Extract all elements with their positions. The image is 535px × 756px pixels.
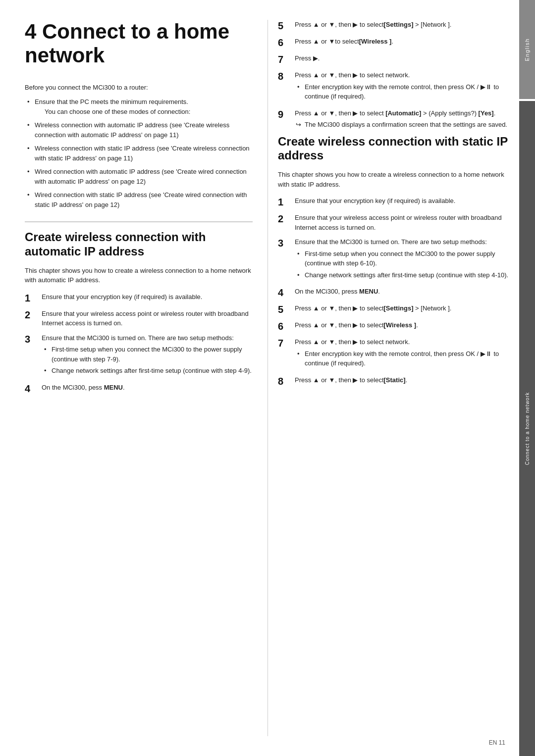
step-static-8: 8 Press ▲ or ▼, then ▶ to select[Static]… (278, 375, 510, 387)
step-static-6: 6 Press ▲ or ▼, then ▶ to select[Wireles… (278, 320, 510, 332)
intro-bullet-2: Wireless connection with automatic IP ad… (25, 120, 253, 140)
section-divider-auto (25, 221, 253, 222)
section-static-title: Create wireless connection with static I… (278, 135, 510, 163)
intro-bullet-4: Wired connection with automatic IP addre… (25, 167, 253, 186)
step-right-9-arrow: The MCi300 displays a confirmation scree… (295, 120, 510, 130)
step-auto-3: 3 Ensure that the MCi300 is turned on. T… (25, 333, 253, 378)
step-static-3: 3 Ensure that the MCi300 is turned on. T… (278, 237, 510, 282)
step-right-6: 6 Press ▲ or ▼to select[Wireless ]. (278, 37, 510, 49)
intro-before: Before you connect the MCi300 to a route… (25, 83, 253, 93)
step-right-8-bullet: Enter encryption key with the remote con… (295, 82, 510, 101)
section-auto-intro: This chapter shows you how to create a w… (25, 266, 253, 285)
step-static-2: 2 Ensure that your wireless access point… (278, 213, 510, 232)
step-auto-4: 4 On the MCi300, pess MENU. (25, 383, 253, 395)
section-auto-title: Create wireless connection with automati… (25, 230, 253, 259)
intro-bullet-list: Ensure that the PC meets the minimum req… (25, 97, 253, 209)
chapter-title: 4 Connect to a home network (25, 20, 253, 68)
page-footer: EN 11 (489, 739, 505, 746)
intro-bullet-5: Wired connection with static IP address … (25, 190, 253, 209)
step-static-3-bullet-2: Change network settings after first-time… (295, 270, 510, 280)
step-static-7: 7 Press ▲ or ▼, then ▶ to select network… (278, 337, 510, 370)
step-auto-3-bullet-2: Change network settings after first-time… (42, 366, 253, 376)
intro-bullet-1: Ensure that the PC meets the minimum req… (25, 97, 253, 116)
step-static-5: 5 Press ▲ or ▼, then ▶ to select[Setting… (278, 303, 510, 315)
step-static-1: 1 Ensure that your encryption key (if re… (278, 196, 510, 208)
step-auto-1: 1 Ensure that your encryption key (if re… (25, 292, 253, 304)
step-auto-2: 2 Ensure that your wireless access point… (25, 309, 253, 328)
section-static-intro: This chapter shows you how to create a w… (278, 170, 510, 189)
chapter-number: 4 (25, 20, 36, 43)
intro-bullet-3: Wireless connection with static IP addre… (25, 144, 253, 163)
step-static-7-bullet: Enter encryption key with the remote con… (295, 349, 510, 368)
step-right-8: 8 Press ▲ or ▼, then ▶ to select network… (278, 70, 510, 103)
step-static-4: 4 On the MCi300, press MENU. (278, 287, 510, 299)
step-static-3-bullet-1: First-time setup when you connect the MC… (295, 249, 510, 268)
step-right-7: 7 Press ▶. (278, 53, 510, 65)
step-right-9: 9 Press ▲ or ▼, then ▶ to select [Automa… (278, 108, 510, 130)
step-right-5: 5 Press ▲ or ▼, then ▶ to select[Setting… (278, 20, 510, 32)
side-tab-english: English (524, 38, 530, 61)
step-auto-3-bullet-1: First-time setup when you connect the MC… (42, 345, 253, 364)
side-tab-connect: Connect to a home network (525, 387, 530, 470)
